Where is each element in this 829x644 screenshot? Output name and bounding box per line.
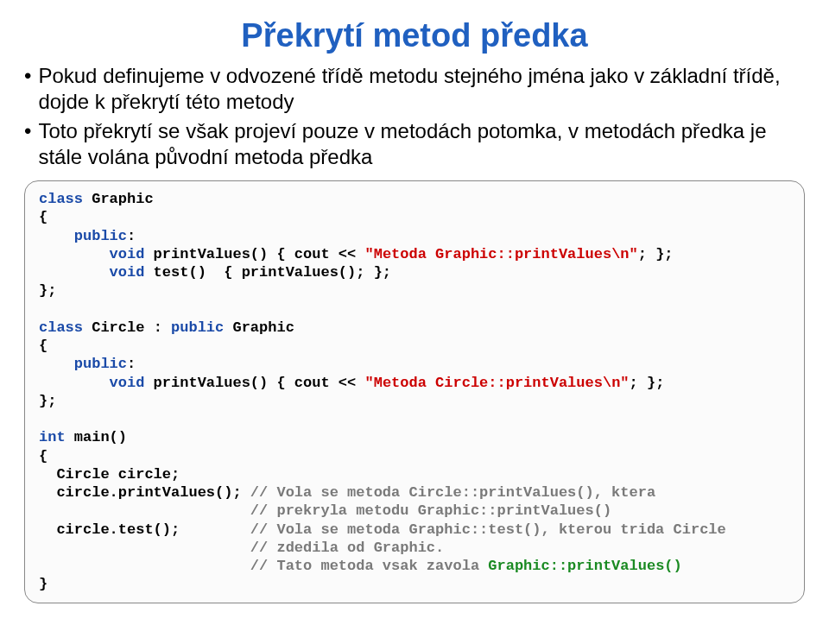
slide: Překrytí metod předka • Pokud definujeme… — [0, 0, 829, 621]
code-token: ; }; — [630, 375, 665, 391]
code-token: "Metoda Circle::printValues\n" — [364, 375, 629, 391]
code-token: circle.test(); — [39, 521, 250, 538]
code-token: public — [39, 356, 127, 372]
code-token: ; }; — [638, 246, 674, 262]
code-token: public — [39, 228, 127, 244]
code-token: }; — [39, 282, 56, 299]
code-token: Circle : — [83, 319, 171, 336]
code-comment: // Tato metoda vsak zavola — [39, 558, 488, 574]
code-token: main() — [66, 429, 127, 445]
code-token: Graphic — [224, 319, 294, 336]
code-token: class — [39, 191, 83, 207]
code-token: }; — [39, 393, 56, 409]
code-token: test() { printValues(); }; — [144, 264, 391, 281]
code-token: circle.printValues(); — [39, 484, 250, 501]
code-token: void — [39, 264, 144, 281]
code-token: void — [39, 246, 144, 262]
code-token: : — [127, 356, 136, 372]
bullet-dot: • — [24, 118, 31, 144]
code-comment: // zdedila od Graphic. — [39, 540, 444, 556]
code-token: class — [39, 319, 83, 336]
bullet-text: Pokud definujeme v odvozené třídě metodu… — [38, 63, 805, 115]
bullet-list: • Pokud definujeme v odvozené třídě meto… — [24, 63, 805, 170]
bullet-item: • Toto překrytí se však projeví pouze v … — [24, 118, 805, 170]
code-token: int — [39, 429, 66, 445]
code-token: "Metoda Graphic::printValues\n" — [364, 246, 637, 262]
code-token: { — [39, 338, 47, 354]
code-token: cout — [294, 246, 330, 262]
code-comment: Graphic::printValues() — [488, 558, 681, 574]
code-token: { — [39, 448, 47, 464]
code-comment: // Vola se metoda Graphic::test(), ktero… — [250, 521, 726, 538]
code-comment: // Vola se metoda Circle::printValues(),… — [250, 484, 655, 501]
bullet-item: • Pokud definujeme v odvozené třídě meto… — [24, 63, 805, 115]
slide-title: Překrytí metod předka — [24, 17, 805, 54]
code-token: public — [171, 319, 224, 336]
code-block: class Graphic { public: void printValues… — [24, 180, 805, 603]
code-token: { — [39, 209, 47, 225]
code-token: printValues() { — [144, 246, 294, 262]
code-token: printValues() { — [144, 375, 294, 391]
code-token: Graphic — [83, 191, 154, 207]
bullet-text: Toto překrytí se však projeví pouze v me… — [38, 118, 805, 170]
code-token: cout — [294, 375, 330, 391]
code-token: << — [330, 375, 365, 391]
code-token: void — [39, 375, 144, 391]
code-token: Circle circle; — [39, 466, 180, 483]
code-token: : — [127, 228, 136, 244]
code-comment: // prekryla metodu Graphic::printValues(… — [39, 502, 611, 519]
code-token: } — [39, 576, 47, 592]
bullet-dot: • — [24, 63, 31, 89]
code-token: << — [330, 246, 365, 262]
